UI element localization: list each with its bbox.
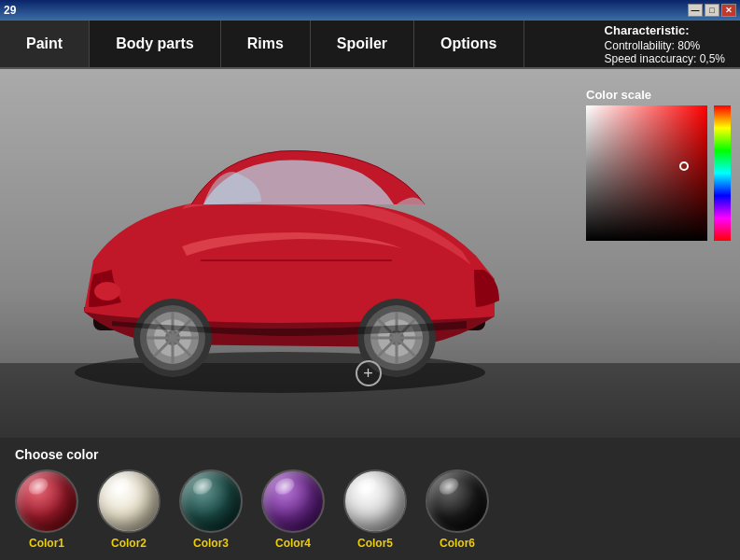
color-gradient[interactable] xyxy=(586,105,707,241)
color-scale-label: Color scale xyxy=(586,88,731,102)
controllability: Controllability: 80% xyxy=(605,39,725,52)
swatch-ball-6 xyxy=(426,469,489,533)
window-controls: — □ ✕ xyxy=(688,4,736,17)
car-viewport: Color scale + xyxy=(0,69,740,438)
swatch-ball-5 xyxy=(343,469,407,533)
choose-color-label: Choose color xyxy=(15,447,725,462)
window-title: 29 xyxy=(4,4,16,17)
swatch-label-1: Color1 xyxy=(29,537,64,550)
swatch-ball-3 xyxy=(179,469,243,533)
characteristics-panel: Characteristic: Controllability: 80% Spe… xyxy=(605,23,740,65)
swatch-label-5: Color5 xyxy=(357,537,393,550)
color-swatch-4[interactable]: Color4 xyxy=(261,469,325,550)
color-scale-box[interactable] xyxy=(586,105,731,241)
color-swatch-5[interactable]: Color5 xyxy=(343,469,407,550)
svg-point-2 xyxy=(94,282,120,301)
menu-body-parts[interactable]: Body parts xyxy=(90,21,221,67)
swatch-label-6: Color6 xyxy=(440,537,475,550)
zoom-icon[interactable]: + xyxy=(356,360,382,386)
swatch-ball-4 xyxy=(261,469,325,533)
swatch-label-4: Color4 xyxy=(275,537,311,550)
color-swatch-3[interactable]: Color3 xyxy=(179,469,243,550)
menubar: Paint Body parts Rims Spoiler Options Ch… xyxy=(0,21,740,69)
hue-bar[interactable] xyxy=(714,105,731,241)
swatch-label-3: Color3 xyxy=(193,537,229,550)
color-swatch-1[interactable]: Color1 xyxy=(15,469,78,550)
menu-rims[interactable]: Rims xyxy=(221,21,311,67)
titlebar: 29 — □ ✕ xyxy=(0,0,740,21)
menu-options[interactable]: Options xyxy=(414,21,524,67)
close-button[interactable]: ✕ xyxy=(721,4,736,17)
color-scale-panel: Color scale xyxy=(586,88,731,241)
swatch-ball-2 xyxy=(97,469,161,533)
menu-spoiler[interactable]: Spoiler xyxy=(311,21,414,67)
car-image xyxy=(37,88,560,405)
char-title: Characteristic: xyxy=(605,23,725,37)
bottom-area: Choose color Color1Color2Color3Color4Col… xyxy=(0,438,740,560)
menu-paint[interactable]: Paint xyxy=(0,21,90,67)
swatch-label-2: Color2 xyxy=(111,537,147,550)
color-swatch-6[interactable]: Color6 xyxy=(426,469,489,550)
speed-inaccuracy: Speed inaccuracy: 0,5% xyxy=(605,52,725,65)
swatch-ball-1 xyxy=(15,469,78,533)
minimize-button[interactable]: — xyxy=(688,4,703,17)
zoom-plus: + xyxy=(363,364,373,384)
color-swatch-2[interactable]: Color2 xyxy=(97,469,161,550)
color-swatches: Color1Color2Color3Color4Color5Color6 xyxy=(15,469,725,550)
maximize-button[interactable]: □ xyxy=(705,4,719,17)
